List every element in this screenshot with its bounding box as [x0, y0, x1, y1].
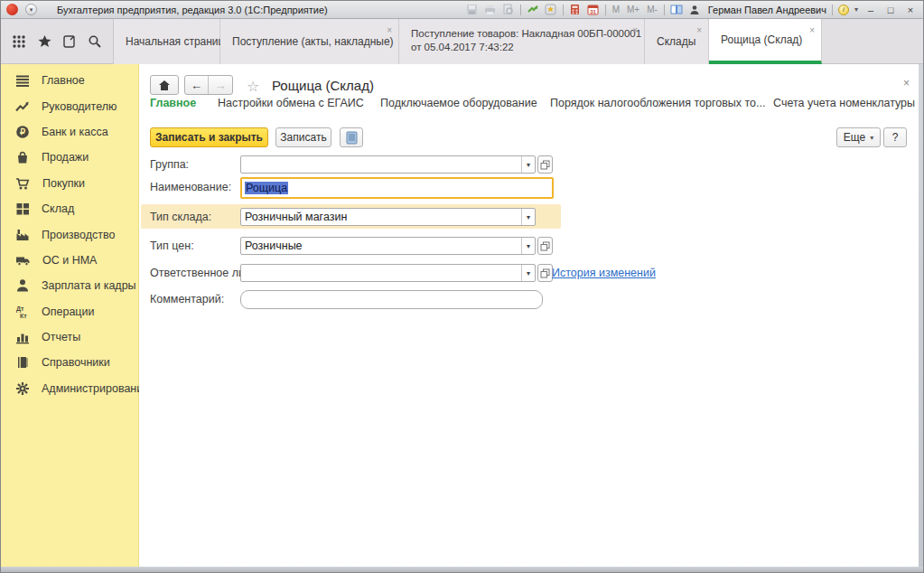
- group-open-button[interactable]: [537, 155, 553, 174]
- sidebar-item-label: Продажи: [42, 151, 89, 164]
- info-icon[interactable]: i: [838, 5, 849, 15]
- comment-field[interactable]: [240, 290, 543, 309]
- tab-label: Поступление (акты, накладные): [232, 35, 394, 48]
- go-to-link-icon[interactable]: [527, 4, 539, 16]
- title-bar: ▾ Бухгалтерия предприятия, редакция 3.0 …: [1, 1, 923, 19]
- price-type-field-value: Розничные: [241, 238, 521, 254]
- svg-text:Дт: Дт: [16, 305, 24, 313]
- tab-goods-receipt-document[interactable]: Поступление товаров: Накладная 00БП-0000…: [399, 19, 645, 64]
- history-icon[interactable]: [62, 34, 77, 49]
- more-button[interactable]: Еще▾: [836, 127, 881, 147]
- sidebar-item-label: Склад: [42, 202, 74, 215]
- forward-button[interactable]: →: [209, 76, 232, 94]
- sidebar-item-reports[interactable]: Отчеты: [1, 324, 138, 350]
- price-type-field[interactable]: Розничные ▾: [240, 237, 536, 255]
- sidebar-item-directories[interactable]: Справочники: [1, 350, 138, 375]
- close-icon[interactable]: ×: [696, 26, 702, 35]
- sidebar-item-label: Главное: [42, 74, 85, 87]
- tab-label-line1: Поступление товаров: Накладная 00БП-0000…: [411, 28, 641, 39]
- calculator-icon[interactable]: [569, 4, 582, 16]
- responsible-person-open-button[interactable]: [537, 264, 553, 282]
- ruble-coin-icon: ₽: [15, 125, 30, 139]
- comment-field-label: Комментарий:: [150, 293, 224, 305]
- maximize-button[interactable]: □: [883, 5, 898, 15]
- sidebar-item-fixed-assets[interactable]: ОС и НМА: [1, 248, 138, 273]
- current-user-name: Герман Павел Андреевич: [708, 5, 826, 15]
- print-preview-icon[interactable]: [502, 4, 515, 16]
- close-icon[interactable]: ×: [809, 26, 815, 35]
- sidebar-item-label: Справочники: [42, 356, 110, 369]
- sidebar-item-operations[interactable]: ДтКт Операции: [1, 299, 138, 324]
- print-icon[interactable]: [484, 4, 497, 16]
- shopping-cart-icon: [15, 176, 31, 191]
- history-of-changes-link[interactable]: История изменений: [552, 267, 656, 279]
- sidebar-item-sales[interactable]: Продажи: [1, 145, 138, 170]
- tab-roschitsa-warehouse[interactable]: Рощица (Склад) ×: [709, 19, 822, 64]
- sidebar-item-main[interactable]: Главное: [1, 68, 138, 93]
- warehouse-type-field-label: Тип склада:: [150, 211, 211, 223]
- dropdown-button[interactable]: ▾: [521, 238, 535, 254]
- chevron-down-icon[interactable]: ▾: [854, 5, 858, 14]
- name-field-value: Рощица: [245, 182, 288, 194]
- close-button[interactable]: ×: [903, 5, 918, 15]
- save-button[interactable]: Записать: [275, 127, 331, 147]
- form-tab-connected-equipment[interactable]: Подключаемое оборудование: [380, 97, 537, 109]
- system-menu-button[interactable]: ▾: [25, 4, 37, 15]
- favorites-icon[interactable]: [545, 4, 557, 16]
- document-register-button[interactable]: [340, 127, 363, 147]
- sidebar-item-administration[interactable]: Администрирование: [1, 376, 138, 401]
- price-type-field-label: Тип цен:: [150, 240, 194, 252]
- sidebar-item-bank-cash[interactable]: ₽ Банк и касса: [1, 119, 138, 145]
- trend-chart-icon: [15, 99, 30, 114]
- sidebar-item-salary-hr[interactable]: Зарплата и кадры: [1, 273, 138, 298]
- window-frame-bottom: [1, 567, 923, 572]
- sidebar-item-manager[interactable]: Руководителю: [1, 93, 138, 118]
- form-tab-egais-settings[interactable]: Настройки обмена с ЕГАИС: [218, 97, 364, 109]
- form-tab-taxation-order[interactable]: Порядок налогообложения торговых то...: [550, 97, 765, 109]
- form-tab-item-accounts[interactable]: Счета учета номенклатуры: [773, 97, 915, 109]
- minimize-button[interactable]: –: [863, 5, 878, 15]
- warehouse-type-field[interactable]: Розничный магазин ▾: [240, 208, 536, 226]
- save-icon[interactable]: [466, 4, 479, 16]
- sidebar-item-label: Администрирование: [42, 382, 149, 395]
- memory-recall-button[interactable]: M: [611, 5, 621, 14]
- sidebar-item-purchases[interactable]: Покупки: [1, 171, 138, 196]
- sidebar-item-production[interactable]: Производство: [1, 221, 138, 247]
- save-and-close-button[interactable]: Записать и закрыть: [150, 127, 268, 147]
- tab-label: Склады: [657, 35, 695, 48]
- app-logo-icon: [6, 4, 18, 15]
- tab-home-page[interactable]: Начальная страница: [114, 19, 220, 64]
- form-tab-main[interactable]: Главное: [150, 97, 196, 109]
- memory-subtract-button[interactable]: M-: [646, 5, 658, 14]
- search-icon[interactable]: [88, 34, 102, 49]
- tab-warehouses[interactable]: Склады ×: [645, 19, 709, 64]
- toolbar-separator: [664, 5, 665, 15]
- toolbar-separator: [563, 5, 564, 15]
- close-icon[interactable]: ×: [632, 26, 638, 35]
- split-window-icon[interactable]: [670, 4, 683, 16]
- group-field-label: Группа:: [150, 158, 189, 171]
- name-field[interactable]: Рощица: [240, 177, 554, 199]
- sidebar-item-warehouse[interactable]: Склад: [1, 196, 138, 221]
- back-button[interactable]: ←: [185, 76, 209, 94]
- close-icon[interactable]: ×: [387, 26, 392, 35]
- tab-label-line2: от 05.04.2017 7:43:22: [411, 42, 514, 52]
- main-menu-icon[interactable]: [12, 34, 26, 49]
- help-button[interactable]: ?: [883, 127, 907, 147]
- price-type-open-button[interactable]: [537, 237, 553, 255]
- open-in-form-icon: [540, 241, 550, 251]
- memory-add-button[interactable]: M+: [626, 5, 640, 14]
- dropdown-button[interactable]: ▾: [521, 209, 535, 225]
- form-close-icon[interactable]: ×: [903, 77, 910, 89]
- group-field[interactable]: ▾: [240, 155, 536, 174]
- home-button[interactable]: [150, 75, 179, 95]
- dropdown-button[interactable]: ▾: [521, 265, 535, 281]
- warehouse-grid-icon: [15, 202, 30, 216]
- dropdown-button[interactable]: ▾: [521, 156, 535, 173]
- tab-receipts-list[interactable]: Поступление (акты, накладные) ×: [220, 19, 399, 64]
- responsible-person-field[interactable]: ▾: [240, 264, 536, 282]
- sidebar-item-label: Покупки: [42, 177, 85, 190]
- favorites-star-icon[interactable]: [37, 34, 52, 49]
- calendar-icon[interactable]: 31: [587, 4, 600, 16]
- add-to-favorites-star-icon[interactable]: ☆: [247, 78, 259, 95]
